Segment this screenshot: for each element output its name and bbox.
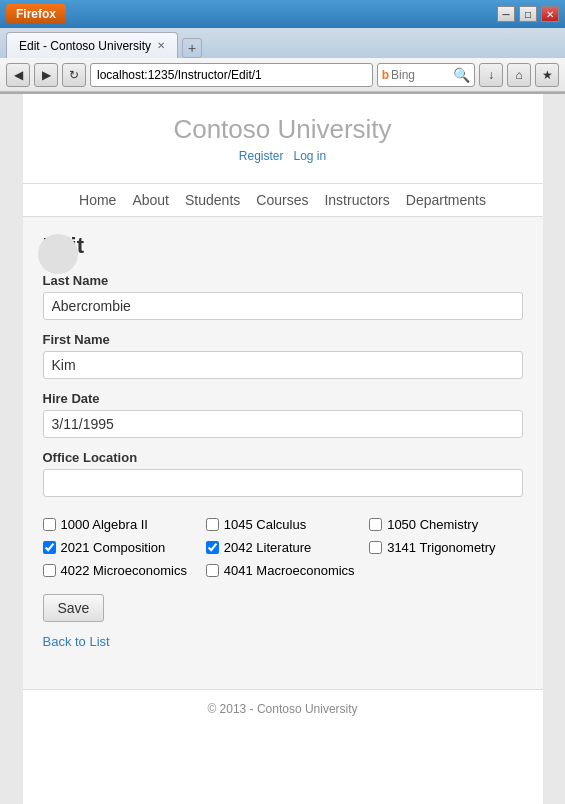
auth-links: Register Log in (23, 149, 543, 163)
course-2042-checkbox[interactable] (206, 541, 219, 554)
footer-text: © 2013 - Contoso University (207, 702, 357, 716)
course-3141-label: 3141 Trigonometry (387, 540, 495, 555)
title-bar: Firefox ─ □ ✕ (0, 0, 565, 28)
nav-bar: ◀ ▶ ↻ b 🔍 ↓ ⌂ ★ (0, 58, 565, 92)
course-3141[interactable]: 3141 Trigonometry (369, 540, 522, 555)
login-link[interactable]: Log in (294, 149, 327, 163)
refresh-button[interactable]: ↻ (62, 63, 86, 87)
course-1045[interactable]: 1045 Calculus (206, 517, 359, 532)
tab-bar: Edit - Contoso University ✕ + (0, 28, 565, 58)
course-2042[interactable]: 2042 Literature (206, 540, 359, 555)
nav-departments[interactable]: Departments (406, 192, 486, 208)
minimize-button[interactable]: ─ (497, 6, 515, 22)
nav-students[interactable]: Students (185, 192, 240, 208)
course-4022-label: 4022 Microeconomics (61, 563, 187, 578)
save-button[interactable]: Save (43, 594, 105, 622)
nav-menu: Home About Students Courses Instructors … (23, 183, 543, 217)
site-title: Contoso University (23, 114, 543, 145)
nav-home[interactable]: Home (79, 192, 116, 208)
course-1050[interactable]: 1050 Chemistry (369, 517, 522, 532)
office-location-label: Office Location (43, 450, 523, 465)
course-2021-checkbox[interactable] (43, 541, 56, 554)
page-heading: Edit (43, 233, 523, 259)
tab-close-icon[interactable]: ✕ (157, 40, 165, 51)
url-bar[interactable] (90, 63, 373, 87)
course-1045-checkbox[interactable] (206, 518, 219, 531)
forward-button[interactable]: ▶ (34, 63, 58, 87)
site-header: Contoso University Register Log in (23, 94, 543, 183)
firefox-menu-button[interactable]: Firefox (6, 4, 66, 24)
course-2021[interactable]: 2021 Composition (43, 540, 196, 555)
course-3141-checkbox[interactable] (369, 541, 382, 554)
course-1000[interactable]: 1000 Algebra II (43, 517, 196, 532)
course-4022-checkbox[interactable] (43, 564, 56, 577)
course-1050-checkbox[interactable] (369, 518, 382, 531)
maximize-button[interactable]: □ (519, 6, 537, 22)
download-icon[interactable]: ↓ (479, 63, 503, 87)
new-tab-button[interactable]: + (182, 38, 202, 58)
nav-about[interactable]: About (132, 192, 169, 208)
hire-date-input[interactable] (43, 410, 523, 438)
office-location-input[interactable] (43, 469, 523, 497)
search-input[interactable] (391, 68, 451, 82)
site-wrapper: Contoso University Register Log in Home … (23, 94, 543, 804)
active-tab[interactable]: Edit - Contoso University ✕ (6, 32, 178, 58)
course-1045-label: 1045 Calculus (224, 517, 306, 532)
course-4041[interactable]: 4041 Macroeconomics (206, 563, 359, 578)
search-bar: b 🔍 (377, 63, 475, 87)
site-header-area: Contoso University Register Log in Home … (23, 94, 543, 217)
nav-courses[interactable]: Courses (256, 192, 308, 208)
tab-title: Edit - Contoso University (19, 39, 151, 53)
site-footer: © 2013 - Contoso University (23, 689, 543, 728)
back-button[interactable]: ◀ (6, 63, 30, 87)
course-1050-label: 1050 Chemistry (387, 517, 478, 532)
course-1000-checkbox[interactable] (43, 518, 56, 531)
nav-instructors[interactable]: Instructors (324, 192, 389, 208)
bing-logo: b (382, 68, 389, 82)
search-icon[interactable]: 🔍 (453, 67, 470, 83)
course-4041-checkbox[interactable] (206, 564, 219, 577)
back-to-list-link[interactable]: Back to List (43, 634, 523, 649)
courses-grid: 1000 Algebra II 1045 Calculus 1050 Chemi… (43, 517, 523, 578)
first-name-input[interactable] (43, 351, 523, 379)
avatar (38, 234, 78, 274)
bookmarks-icon[interactable]: ★ (535, 63, 559, 87)
edit-form-area: Edit Last Name First Name Hire Date Offi… (23, 217, 543, 689)
course-2042-label: 2042 Literature (224, 540, 311, 555)
course-4022[interactable]: 4022 Microeconomics (43, 563, 196, 578)
register-link[interactable]: Register (239, 149, 284, 163)
last-name-label: Last Name (43, 273, 523, 288)
course-1000-label: 1000 Algebra II (61, 517, 148, 532)
course-2021-label: 2021 Composition (61, 540, 166, 555)
close-button[interactable]: ✕ (541, 6, 559, 22)
home-button[interactable]: ⌂ (507, 63, 531, 87)
page-content: Contoso University Register Log in Home … (0, 94, 565, 804)
first-name-label: First Name (43, 332, 523, 347)
course-4041-label: 4041 Macroeconomics (224, 563, 355, 578)
hire-date-label: Hire Date (43, 391, 523, 406)
last-name-input[interactable] (43, 292, 523, 320)
